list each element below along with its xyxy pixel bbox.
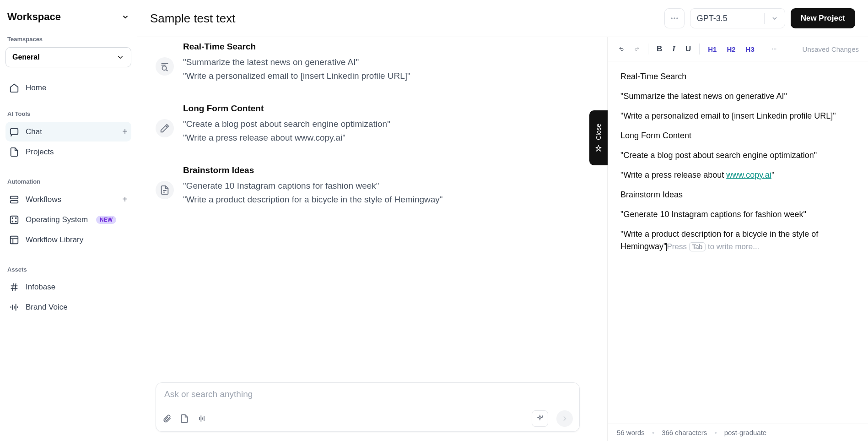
- nav-chat-label: Chat: [26, 127, 42, 136]
- editor-line: "Write a press release about www.copy.ai…: [620, 169, 855, 181]
- h1-button[interactable]: H1: [706, 44, 718, 54]
- search-timeline-icon: [156, 57, 174, 76]
- svg-rect-0: [11, 128, 18, 134]
- editor-line: "Summarize the latest news on generative…: [620, 90, 855, 103]
- editor-line: "Write a personalized email to [insert L…: [620, 110, 855, 122]
- dot-separator: •: [652, 429, 654, 436]
- h2-button[interactable]: H2: [725, 44, 737, 54]
- svg-point-22: [676, 17, 678, 19]
- nav-workflow-library[interactable]: Workflow Library: [5, 230, 131, 250]
- nav-wflib-label: Workflow Library: [26, 235, 83, 245]
- document-icon[interactable]: [180, 414, 189, 423]
- content-row: Real-Time Search "Summarize the latest n…: [137, 37, 868, 441]
- svg-point-25: [162, 66, 167, 70]
- suggestion-longform: Long Form Content "Create a blog post ab…: [156, 103, 580, 145]
- char-count: 366 characters: [662, 429, 707, 436]
- arrow-right-icon: [561, 414, 569, 423]
- send-button[interactable]: [556, 410, 573, 427]
- svg-point-35: [774, 49, 775, 49]
- add-workflow-button[interactable]: +: [122, 194, 128, 205]
- pin-icon: [595, 145, 602, 152]
- svg-line-26: [166, 70, 168, 71]
- teamspaces-label: Teamspaces: [5, 32, 131, 47]
- suggestion-title: Brainstorm Ideas: [183, 165, 443, 175]
- reading-level: post-graduate: [724, 429, 767, 436]
- suggestion-title: Long Form Content: [183, 103, 390, 114]
- svg-point-6: [12, 221, 13, 222]
- suggestion-realtime: Real-Time Search "Summarize the latest n…: [156, 42, 580, 83]
- chevron-down-icon: [116, 53, 124, 61]
- suggestion-title: Real-Time Search: [183, 42, 410, 52]
- close-editor-button[interactable]: Close: [589, 110, 608, 165]
- teamspace-select[interactable]: General: [5, 47, 131, 67]
- italic-button[interactable]: I: [670, 44, 677, 54]
- dots-icon: [670, 14, 679, 23]
- nav-operating-system[interactable]: Operating System NEW: [5, 210, 131, 229]
- enhance-button[interactable]: [532, 410, 548, 427]
- editor-line: "Generate 10 Instagram captions for fash…: [620, 208, 855, 221]
- editor-column: Close B I U H1 H2 H3 Unsaved Changes: [607, 37, 868, 441]
- voice-icon[interactable]: [197, 414, 206, 423]
- chat-scroll[interactable]: Real-Time Search "Summarize the latest n…: [137, 37, 607, 382]
- svg-point-21: [674, 17, 675, 19]
- h3-button[interactable]: H3: [744, 44, 756, 54]
- more-formatting-button[interactable]: [770, 44, 779, 54]
- redo-button[interactable]: [632, 44, 642, 54]
- model-select[interactable]: GPT-3.5: [690, 8, 785, 28]
- svg-point-34: [772, 49, 773, 49]
- link-copyai[interactable]: www.copy.ai: [726, 170, 771, 180]
- more-options-button[interactable]: [664, 8, 685, 28]
- workspace-switcher[interactable]: Workspace: [5, 7, 131, 32]
- dot-separator: •: [714, 429, 717, 436]
- svg-point-36: [775, 49, 776, 49]
- svg-point-20: [671, 17, 672, 19]
- close-label: Close: [595, 124, 602, 140]
- chevron-down-icon: [771, 15, 778, 22]
- nav-os-label: Operating System: [26, 215, 88, 224]
- home-icon: [9, 83, 19, 93]
- unsaved-indicator: Unsaved Changes: [803, 45, 859, 53]
- new-badge: NEW: [96, 216, 116, 224]
- teamspace-selected: General: [12, 53, 40, 61]
- nav-projects[interactable]: Projects: [5, 142, 131, 162]
- nav-home[interactable]: Home: [5, 78, 131, 98]
- nav-chat[interactable]: Chat +: [5, 122, 131, 142]
- workspace-title: Workspace: [7, 11, 61, 23]
- svg-line-14: [15, 283, 16, 291]
- chat-column: Real-Time Search "Summarize the latest n…: [137, 37, 607, 441]
- nav-infobase[interactable]: Infobase: [5, 278, 131, 297]
- underline-button[interactable]: U: [684, 44, 693, 54]
- editor-line: Brainstorm Ideas: [620, 189, 855, 201]
- editor-footer: 56 words • 366 characters • post-graduat…: [608, 424, 868, 441]
- svg-point-33: [542, 416, 543, 417]
- suggestion-line: "Generate 10 Instagram captions for fash…: [183, 179, 443, 193]
- nav-brand-voice[interactable]: Brand Voice: [5, 298, 131, 317]
- new-project-button[interactable]: New Project: [791, 8, 855, 28]
- add-chat-button[interactable]: +: [122, 126, 128, 137]
- editor-line: "Create a blog post about search engine …: [620, 149, 855, 162]
- svg-point-4: [12, 218, 13, 218]
- editor-line: Real-Time Search: [620, 71, 855, 83]
- nav-workflows[interactable]: Workflows +: [5, 190, 131, 209]
- document-icon: [9, 147, 19, 157]
- document-icon: [156, 181, 174, 199]
- hash-icon: [9, 282, 19, 292]
- tab-key-hint: Tab: [689, 242, 706, 251]
- chat-input-area: [156, 382, 580, 432]
- nav-workflows-label: Workflows: [26, 195, 61, 204]
- undo-button[interactable]: [617, 44, 626, 54]
- sparkle-icon: [536, 414, 544, 423]
- assets-label: Assets: [5, 262, 131, 278]
- svg-rect-2: [11, 200, 18, 203]
- main-area: Sample test text GPT-3.5 New Project Re: [137, 0, 868, 441]
- svg-line-13: [12, 283, 13, 291]
- sidebar: Workspace Teamspaces General Home AI Too…: [0, 0, 137, 441]
- chevron-down-icon: [121, 13, 129, 21]
- separator: [699, 44, 700, 54]
- chat-input[interactable]: [164, 389, 571, 399]
- bold-button[interactable]: B: [655, 44, 664, 54]
- attachment-icon[interactable]: [162, 414, 172, 423]
- layout-icon: [9, 235, 19, 245]
- editor-body[interactable]: Real-Time Search "Summarize the latest n…: [608, 61, 868, 424]
- suggestion-brainstorm: Brainstorm Ideas "Generate 10 Instagram …: [156, 165, 580, 207]
